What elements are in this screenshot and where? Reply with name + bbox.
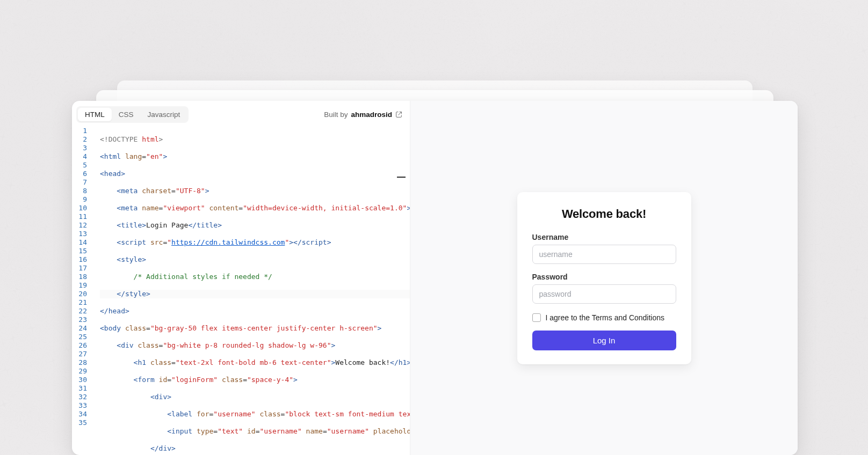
line-gutter: 1234567891011121314151617181920212223242… xyxy=(72,127,95,427)
tab-group: HTML CSS Javascript xyxy=(76,106,189,123)
username-group: Username xyxy=(532,233,676,264)
agree-label: I agree to the Terms and Conditions xyxy=(546,313,665,322)
tab-html[interactable]: HTML xyxy=(78,108,112,121)
agree-row: I agree to the Terms and Conditions xyxy=(532,313,676,322)
username-input[interactable] xyxy=(532,245,676,264)
password-group: Password xyxy=(532,273,676,304)
built-by-author: ahmadrosid xyxy=(351,111,392,119)
code-body: <!DOCTYPE html> <html lang="en"> <head> … xyxy=(100,127,410,455)
password-input[interactable] xyxy=(532,284,676,304)
preview-pane: Welcome back! Username Password I agree … xyxy=(410,101,798,455)
username-label: Username xyxy=(532,233,676,241)
built-by[interactable]: Built by ahmadrosid xyxy=(324,111,402,119)
code-editor[interactable]: 1234567891011121314151617181920212223242… xyxy=(72,123,410,455)
login-button[interactable]: Log In xyxy=(532,331,676,350)
agree-checkbox[interactable] xyxy=(532,313,541,322)
built-by-prefix: Built by xyxy=(324,111,348,119)
tab-css[interactable]: CSS xyxy=(112,108,141,121)
login-title: Welcome back! xyxy=(532,207,676,221)
tab-javascript[interactable]: Javascript xyxy=(141,108,187,121)
password-label: Password xyxy=(532,273,676,281)
external-link-icon xyxy=(395,111,402,118)
main-card: HTML CSS Javascript Built by ahmadrosid … xyxy=(72,101,798,455)
editor-header: HTML CSS Javascript Built by ahmadrosid xyxy=(72,101,410,123)
login-card: Welcome back! Username Password I agree … xyxy=(517,192,691,364)
left-pane: HTML CSS Javascript Built by ahmadrosid … xyxy=(72,101,410,455)
